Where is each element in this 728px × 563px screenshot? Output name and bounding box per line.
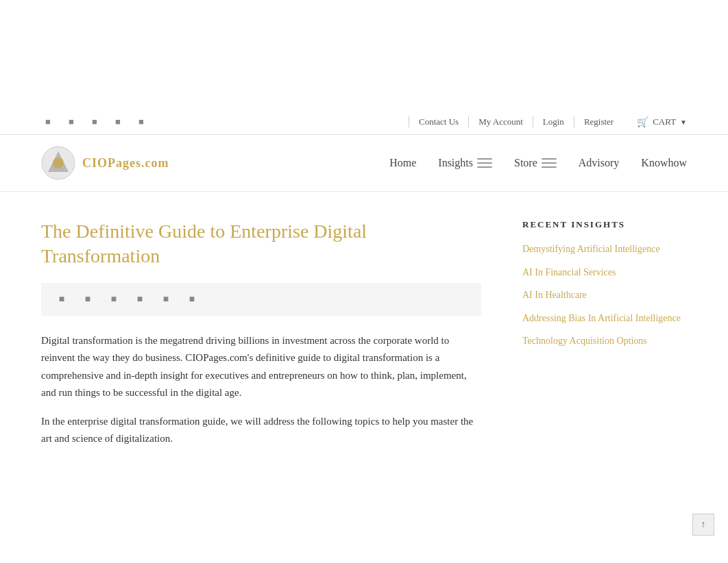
article-title: The Definitive Guide to Enterprise Digit… [41, 219, 481, 269]
home-nav[interactable]: Home [389, 157, 416, 169]
youtube-icon[interactable]: ■ [111, 115, 125, 129]
social-icons-bar: ■ ■ ■ ■ ■ [41, 115, 148, 129]
share-linkedin[interactable]: ■ [104, 290, 123, 309]
insights-toggle[interactable] [477, 158, 492, 168]
insight-demystifying-ai[interactable]: Demystifying Artificial Intelligence [522, 242, 687, 256]
insight-bias-ai[interactable]: Addressing Bias In Artificial Intelligen… [522, 312, 687, 325]
article-body: Digital transformation is the megatrend … [41, 332, 481, 448]
login-link[interactable]: Login [533, 116, 574, 127]
store-toggle[interactable] [542, 158, 557, 168]
sidebar: RECENT INSIGHTS Demystifying Artificial … [522, 219, 687, 459]
insights-nav[interactable]: Insights [438, 157, 492, 169]
top-nav-links: Contact Us My Account Login Register 🛒 C… [409, 116, 687, 128]
cart-chevron: ▼ [680, 118, 687, 126]
main-nav: CIOPages.com Home Insights Store Advisor… [0, 135, 728, 192]
my-account-link[interactable]: My Account [469, 116, 533, 127]
main-nav-links: Home Insights Store Advisory Knowhow [389, 157, 687, 169]
article-paragraph-2: In the enterprise digital transformation… [41, 413, 481, 448]
share-print[interactable]: ■ [182, 290, 202, 309]
share-twitter[interactable]: ■ [78, 290, 97, 309]
top-spacer [0, 0, 728, 110]
article-paragraph-1: Digital transformation is the megatrend … [41, 332, 481, 402]
logo-icon [41, 146, 75, 180]
top-bar: ■ ■ ■ ■ ■ Contact Us My Account Login Re… [0, 110, 728, 135]
insight-ai-financial[interactable]: AI In Financial Services [522, 266, 687, 279]
content-wrapper: The Definitive Guide to Enterprise Digit… [0, 192, 728, 486]
insight-ai-healthcare[interactable]: AI In Healthcare [522, 288, 687, 302]
cart-button[interactable]: 🛒 CART ▼ [637, 116, 687, 128]
logo-text: CIOPages.com [82, 156, 169, 171]
main-content: The Definitive Guide to Enterprise Digit… [41, 219, 481, 459]
rss-icon[interactable]: ■ [134, 115, 148, 129]
share-bar: ■ ■ ■ ■ ■ ■ [41, 283, 481, 316]
share-pinterest[interactable]: ■ [130, 290, 149, 309]
store-nav[interactable]: Store [514, 157, 557, 169]
linkedin-icon[interactable]: ■ [88, 115, 101, 129]
cart-icon: 🛒 [637, 116, 648, 128]
advisory-nav[interactable]: Advisory [579, 157, 620, 169]
register-link[interactable]: Register [574, 116, 623, 127]
logo-area[interactable]: CIOPages.com [41, 146, 169, 180]
cart-label: CART [653, 116, 676, 127]
twitter-icon[interactable]: ■ [64, 115, 78, 129]
share-facebook[interactable]: ■ [52, 290, 71, 309]
contact-us-link[interactable]: Contact Us [409, 116, 469, 127]
sidebar-title: RECENT INSIGHTS [522, 219, 687, 230]
knowhow-nav[interactable]: Knowhow [641, 157, 687, 169]
insight-tech-acquisition[interactable]: Technology Acquisition Options [522, 334, 687, 348]
facebook-icon[interactable]: ■ [41, 115, 55, 129]
share-email[interactable]: ■ [156, 290, 175, 309]
svg-point-2 [53, 158, 64, 168]
